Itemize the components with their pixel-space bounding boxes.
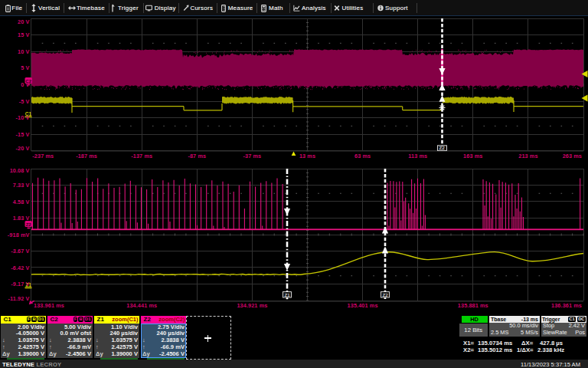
svg-text:-11.92 V: -11.92 V xyxy=(8,295,30,302)
svg-text:Z2: Z2 xyxy=(26,222,32,227)
svg-text:163 ms: 163 ms xyxy=(463,153,482,159)
svg-text:-3.67 V: -3.67 V xyxy=(11,248,29,255)
svg-text:13 ms: 13 ms xyxy=(299,153,315,159)
svg-text:263 ms: 263 ms xyxy=(563,153,582,159)
svg-text:-87 ms: -87 ms xyxy=(188,153,206,159)
svg-text:20 V: 20 V xyxy=(18,18,29,25)
svg-text:135.881 ms: 135.881 ms xyxy=(458,302,488,309)
svg-text:Z2: Z2 xyxy=(439,145,445,150)
svg-text:Z2: Z2 xyxy=(382,292,388,297)
svg-text:-10 V: -10 V xyxy=(16,114,30,121)
svg-text:4.58 V: 4.58 V xyxy=(13,199,30,205)
svg-text:113 ms: 113 ms xyxy=(408,153,427,159)
svg-text:-6.42 V: -6.42 V xyxy=(11,264,29,271)
svg-text:10 V: 10 V xyxy=(18,48,29,55)
svg-text:136.361 ms: 136.361 ms xyxy=(551,302,582,309)
svg-text:-9.17 V: -9.17 V xyxy=(11,281,29,288)
svg-text:10.08 V: 10.08 V xyxy=(10,167,30,174)
svg-text:134.441 ms: 134.441 ms xyxy=(126,302,157,309)
svg-text:1.83 V: 1.83 V xyxy=(13,215,30,222)
svg-text:Z1: Z1 xyxy=(284,292,290,297)
svg-text:134.921 ms: 134.921 ms xyxy=(237,302,267,309)
svg-text:7.33 V: 7.33 V xyxy=(13,182,30,189)
svg-text:-187 ms: -187 ms xyxy=(76,153,97,159)
svg-text:-20 V: -20 V xyxy=(16,145,30,152)
svg-text:-37 ms: -37 ms xyxy=(243,153,262,159)
svg-text:213 ms: 213 ms xyxy=(518,153,537,159)
svg-text:133.961 ms: 133.961 ms xyxy=(34,302,64,309)
svg-text:-137 ms: -137 ms xyxy=(131,153,152,159)
svg-text:0 V: 0 V xyxy=(21,81,29,88)
svg-text:-5 V: -5 V xyxy=(19,98,30,105)
svg-text:5 V: 5 V xyxy=(21,64,29,71)
svg-text:15 V: 15 V xyxy=(18,31,29,38)
svg-text:135.401 ms: 135.401 ms xyxy=(348,302,378,309)
svg-text:-918 mV: -918 mV xyxy=(8,232,30,238)
svg-text:63 ms: 63 ms xyxy=(354,153,371,159)
svg-text:-15 V: -15 V xyxy=(16,131,30,138)
svg-text:-237 ms: -237 ms xyxy=(32,153,54,159)
